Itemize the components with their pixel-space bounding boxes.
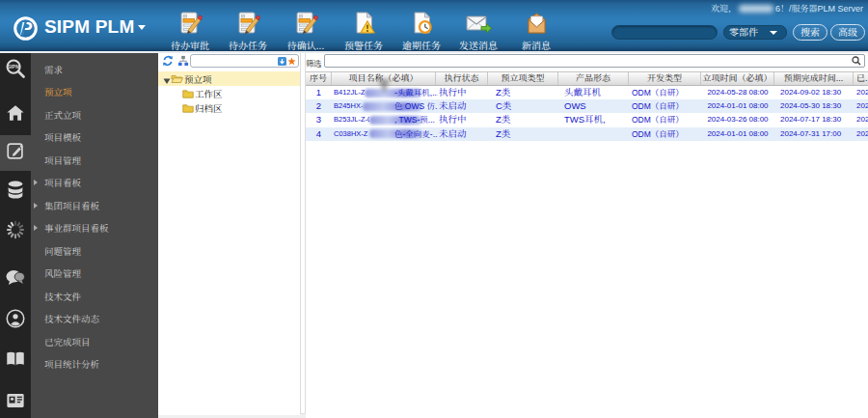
svg-text:SIPM: SIPM xyxy=(8,64,21,70)
